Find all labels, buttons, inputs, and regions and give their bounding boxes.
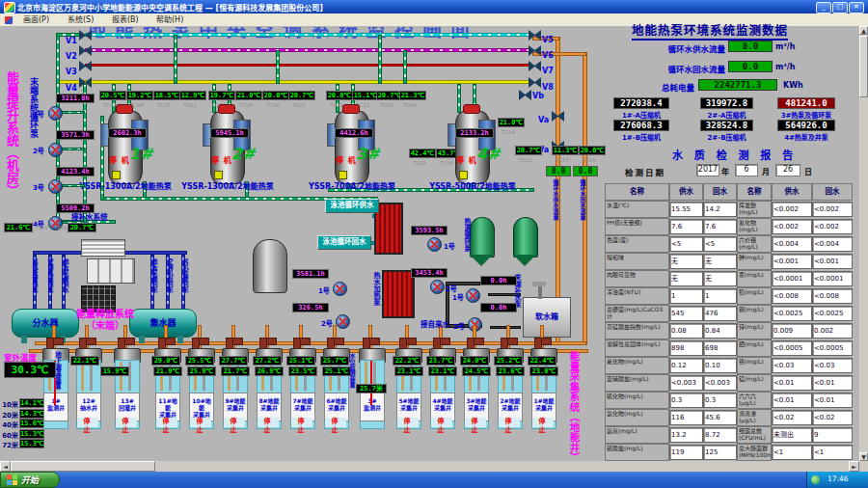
scroll-up-button[interactable]: ▲: [859, 26, 868, 35]
wq-left-value-cell[interactable]: 0.08: [669, 323, 703, 339]
wq-left-value-cell[interactable]: 0.12: [669, 358, 703, 373]
pipe-segment: [56, 33, 60, 224]
well-inner-pipe: [90, 362, 93, 391]
wq-right-value-cell[interactable]: <0.001: [772, 254, 812, 269]
wq-left-value-cell[interactable]: 15.55: [669, 202, 703, 217]
wq-left-value-cell[interactable]: 1: [669, 288, 703, 304]
wq-left-value-cell[interactable]: <5: [703, 236, 737, 252]
expansion-tank[interactable]: [253, 239, 287, 293]
wq-right-value-cell[interactable]: <0.02: [772, 410, 812, 425]
wq-left-value-cell[interactable]: 545: [669, 306, 703, 321]
wq-left-value-cell[interactable]: 无: [703, 271, 737, 286]
wq-left-value-cell[interactable]: 125: [703, 445, 737, 460]
wq-right-value-cell[interactable]: 未测出: [772, 427, 812, 443]
wq-right-value-cell[interactable]: <1: [812, 445, 853, 460]
menu-item-3[interactable]: 帮助(H): [152, 14, 187, 25]
manifold-return[interactable]: 集水器: [129, 309, 197, 338]
wq-right-value-cell[interactable]: <0.01: [772, 375, 812, 391]
wq-left-value-cell[interactable]: 无: [669, 254, 703, 269]
wq-right-value-cell[interactable]: <0.004: [772, 236, 812, 252]
wq-right-value-cell[interactable]: <0.008: [812, 288, 853, 304]
scroll-left-button[interactable]: ◄: [0, 461, 11, 472]
close-button[interactable]: ✕: [849, 2, 864, 14]
wq-right-value-cell[interactable]: <0.03: [812, 358, 853, 373]
vertical-scroll-thumb[interactable]: [859, 36, 868, 97]
wq-left-value-cell[interactable]: 1: [703, 288, 737, 304]
wq-left-value-cell[interactable]: 0.84: [703, 323, 737, 339]
wq-left-value-cell[interactable]: 116: [669, 410, 703, 425]
end-loop-pump-3号[interactable]: [48, 179, 63, 194]
wq-left-value-cell[interactable]: <5: [669, 236, 703, 252]
wq-left-value-cell[interactable]: 无: [703, 254, 737, 269]
well-label[interactable]: 3#监测井: [360, 393, 385, 421]
wq-left-value-cell[interactable]: 476: [703, 306, 737, 321]
wq-right-value-cell[interactable]: <0.0025: [812, 306, 853, 321]
wq-right-value-cell[interactable]: <0.002: [772, 202, 812, 217]
menu-item-1[interactable]: 系统(S): [64, 14, 97, 25]
wq-left-value-cell[interactable]: 698: [703, 340, 737, 356]
tray-status-icon[interactable]: [811, 475, 820, 484]
wq-right-value-cell[interactable]: <0.002: [812, 202, 853, 217]
unit-model-label: YSSR-1300A/2地能热泵: [71, 180, 179, 190]
wq-right-value-cell[interactable]: <1: [772, 445, 812, 460]
wq-right-value-cell[interactable]: <0.03: [772, 358, 812, 373]
wq-right-value-cell[interactable]: 9: [812, 427, 853, 443]
wq-left-value-cell[interactable]: 45.6: [703, 410, 737, 425]
wq-left-value-cell[interactable]: 无: [669, 271, 703, 286]
end-loop-pump-1号[interactable]: [48, 106, 63, 121]
wq-right-value-cell[interactable]: <0.002: [812, 219, 853, 234]
scroll-down-button[interactable]: ▼: [859, 452, 868, 461]
wq-left-value-cell[interactable]: 119: [669, 445, 703, 460]
wq-right-value-cell[interactable]: <0.004: [812, 236, 853, 252]
horizontal-scroll-thumb[interactable]: [11, 461, 155, 472]
unit-runtime-counter: 4412.6h: [335, 128, 373, 138]
wq-right-value-cell[interactable]: <0.0001: [812, 271, 853, 286]
wq-left-value-cell[interactable]: 0.10: [703, 358, 737, 373]
pump-热水加热泵-2号[interactable]: [336, 314, 350, 329]
wq-left-value-cell[interactable]: 0.3: [703, 393, 737, 408]
wq-right-value-cell[interactable]: 0.002: [812, 323, 853, 339]
wq-right-value-cell[interactable]: <0.002: [772, 219, 812, 234]
wq-right-value-cell[interactable]: <0.01: [812, 375, 853, 391]
report-month-field[interactable]: 6: [735, 164, 758, 176]
wq-left-value-cell[interactable]: 7.6: [669, 219, 703, 234]
plate-heat-exchanger-2[interactable]: [382, 270, 415, 318]
wq-right-value-cell[interactable]: <0.0005: [772, 340, 812, 356]
wq-left-value-cell[interactable]: 0.3: [669, 393, 703, 408]
pump-末端补水泵-1号[interactable]: [466, 288, 480, 303]
wq-right-value-cell[interactable]: 0.009: [772, 323, 812, 339]
wq-right-value-cell[interactable]: <0.01: [772, 393, 812, 408]
wq-left-value-cell[interactable]: <0.003: [703, 375, 737, 391]
sand-separator-1[interactable]: [470, 217, 495, 258]
report-year-field[interactable]: 2017: [696, 164, 719, 176]
wq-left-value-cell[interactable]: 7.6: [703, 219, 737, 234]
pump-热水加热泵-1号[interactable]: [333, 282, 347, 296]
wq-right-value-cell[interactable]: <0.008: [772, 288, 812, 304]
menu-item-0[interactable]: 画面(P): [19, 14, 53, 25]
wq-right-value-cell[interactable]: <0.0005: [812, 340, 853, 356]
wq-right-value-cell[interactable]: <0.02: [812, 410, 853, 425]
manifold-supply[interactable]: 分水器: [12, 309, 79, 338]
scroll-right-button[interactable]: ►: [849, 461, 859, 472]
pump-热源循环泵-1号[interactable]: [427, 237, 442, 252]
wq-left-value-cell[interactable]: 8.72: [703, 427, 737, 443]
water-level-display: 25.7米: [356, 384, 387, 393]
maximize-button[interactable]: □: [832, 2, 848, 14]
wq-right-value-cell[interactable]: <0.001: [812, 254, 853, 269]
menu-item-2[interactable]: 报表(B): [108, 14, 143, 25]
sand-separator-2[interactable]: [513, 217, 538, 258]
minimize-button[interactable]: _: [816, 2, 831, 14]
well-temp-display: 15.9℃: [100, 366, 129, 376]
end-loop-pump-2号[interactable]: [48, 143, 63, 157]
wq-left-value-cell[interactable]: 898: [669, 340, 703, 356]
report-day-field[interactable]: 26: [775, 164, 800, 176]
wq-right-value-cell[interactable]: <0.0025: [772, 306, 812, 321]
soft-water-tank[interactable]: 软水箱: [523, 297, 571, 338]
pump-热源循环泵-2号[interactable]: [430, 280, 445, 294]
wq-left-value-cell[interactable]: 13.2: [669, 427, 703, 443]
wq-left-value-cell[interactable]: 14.2: [703, 202, 737, 217]
float-valve: [538, 285, 542, 299]
wq-left-value-cell[interactable]: <0.003: [669, 375, 703, 391]
wq-right-value-cell[interactable]: <0.0001: [772, 271, 812, 286]
wq-right-value-cell[interactable]: <0.01: [812, 393, 853, 408]
